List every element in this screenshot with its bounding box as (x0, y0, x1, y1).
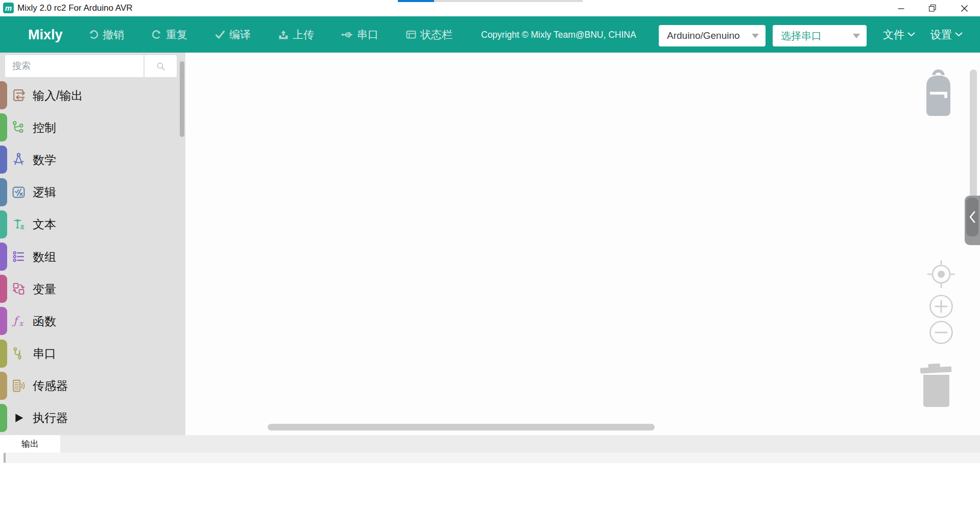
variable-swap-icon (10, 281, 27, 297)
category-label: 传感器 (33, 378, 68, 394)
category-color-bar (0, 210, 7, 238)
category-label: 数组 (33, 249, 56, 265)
code-panel-toggle-handle (966, 198, 978, 236)
toolbar-button-label: 编译 (229, 28, 251, 42)
toolbar-button[interactable]: 上传 (278, 28, 314, 42)
code-panel-toggle[interactable] (965, 196, 980, 245)
toolbar-button[interactable]: 重复 (151, 28, 187, 42)
svg-text:x: x (19, 320, 23, 327)
compile-check-icon (214, 29, 226, 40)
text-icon (10, 216, 27, 232)
control-branch-icon (10, 119, 27, 136)
statusbar-window-icon (405, 29, 417, 40)
toolbar-button[interactable]: 串口 (341, 28, 378, 42)
horizontal-scrollbar[interactable] (268, 424, 655, 430)
toolbar-button[interactable]: 状态栏 (405, 28, 452, 42)
category-color-bar (0, 340, 7, 368)
math-compass-icon (10, 152, 27, 168)
sidebar-category[interactable]: ƒx 函数 (0, 305, 185, 337)
console-caret (4, 453, 6, 463)
chevron-down-icon (907, 32, 915, 37)
port-select-value: 选择串口 (781, 29, 822, 43)
sidebar-category[interactable]: 数组 (0, 241, 185, 273)
chevron-left-icon (968, 210, 976, 224)
block-category-sidebar: 输入/输出 控制 数学 逻辑 文本 数组 变量 ƒx 函数 串口 (0, 53, 185, 435)
menu-file[interactable]: 文件 (883, 28, 915, 42)
upload-icon (278, 29, 289, 40)
toolbar-button-label: 串口 (357, 28, 378, 42)
close-icon (961, 5, 968, 12)
zoom-out-button[interactable] (928, 320, 954, 345)
category-label: 函数 (33, 313, 56, 329)
category-label: 文本 (33, 217, 56, 232)
main-toolbar: Mixly 撤销 重复 编译 上传 串口 状态栏 Copyright © Mix… (0, 16, 980, 53)
tab-output[interactable]: 输出 (0, 435, 60, 452)
dropdown-triangle-icon (853, 34, 860, 38)
search-input[interactable] (5, 55, 144, 77)
undo-icon (88, 29, 99, 40)
toolbar-button-label: 状态栏 (420, 28, 452, 42)
sidebar-category[interactable]: 数学 (0, 143, 185, 176)
minimize-button[interactable] (885, 0, 917, 16)
copyright-text: Copyright © Mixly Team@BNU, CHINA (481, 29, 636, 40)
toolbar-button[interactable]: 撤销 (88, 28, 124, 42)
restore-button[interactable] (917, 0, 948, 16)
restore-icon (929, 5, 936, 12)
page-load-progressbar (398, 0, 583, 2)
console-line (5, 452, 980, 463)
sidebar-category[interactable]: 控制 (0, 111, 185, 143)
sidebar-category[interactable]: 执行器 (0, 402, 185, 434)
backpack-icon[interactable] (922, 69, 954, 116)
search-icon (156, 62, 165, 71)
sidebar-category[interactable]: 输入/输出 (0, 79, 185, 111)
sensor-icon (10, 377, 27, 394)
category-label: 输入/输出 (33, 87, 83, 103)
minimize-icon (898, 5, 904, 12)
category-color-bar (0, 307, 7, 335)
category-color-bar (0, 372, 7, 400)
category-color-bar (0, 146, 7, 174)
category-label: 数学 (33, 152, 56, 167)
category-list: 输入/输出 控制 数学 逻辑 文本 数组 变量 ƒx 函数 串口 (0, 79, 185, 434)
close-button[interactable] (948, 0, 980, 16)
brand-mixly: Mixly (28, 27, 63, 42)
port-select[interactable]: 选择串口 (773, 25, 867, 46)
sidebar-category[interactable]: 逻辑 (0, 176, 185, 208)
category-label: 串口 (33, 346, 56, 362)
toolbar-buttons: 撤销 重复 编译 上传 串口 状态栏 (88, 16, 452, 53)
sidebar-category[interactable]: 串口 (0, 338, 185, 370)
blockly-workspace[interactable] (185, 53, 980, 435)
usb-serial-icon (341, 30, 353, 40)
category-label: 控制 (33, 119, 56, 135)
actuator-play-icon (10, 410, 27, 426)
search-button[interactable] (145, 55, 177, 77)
sidebar-scrollbar[interactable] (180, 61, 184, 137)
toolbar-button-label: 上传 (293, 28, 314, 42)
sidebar-category[interactable]: 传感器 (0, 370, 185, 402)
category-color-bar (0, 113, 7, 141)
board-select-value: Arduino/Genuino (667, 30, 740, 41)
zoom-in-button[interactable] (928, 294, 954, 319)
board-select[interactable]: Arduino/Genuino (659, 25, 766, 46)
category-label: 执行器 (33, 410, 68, 426)
category-color-bar (0, 404, 7, 432)
logic-checkbox-icon (10, 184, 27, 200)
trash-icon[interactable] (919, 362, 953, 409)
sidebar-category[interactable]: 文本 (0, 208, 185, 241)
window-title: Mixly 2.0 rc2 For Arduino AVR (17, 3, 133, 13)
sidebar-category[interactable]: 变量 (0, 273, 185, 305)
page-load-progress-fill (398, 0, 434, 2)
array-list-icon (10, 249, 27, 265)
menu-settings[interactable]: 设置 (930, 28, 963, 42)
toolbar-button-label: 重复 (166, 28, 187, 42)
output-console (0, 452, 980, 527)
menu-file-label: 文件 (883, 28, 904, 42)
title-bar: m Mixly 2.0 rc2 For Arduino AVR (0, 0, 980, 16)
toolbar-button[interactable]: 编译 (214, 28, 251, 42)
mixly-logo-icon: m (3, 3, 14, 13)
serial-cable-icon (10, 345, 27, 362)
center-view-button[interactable] (927, 260, 955, 289)
category-label: 变量 (33, 281, 56, 297)
window-controls (885, 0, 980, 16)
vertical-scrollbar[interactable] (970, 69, 977, 197)
